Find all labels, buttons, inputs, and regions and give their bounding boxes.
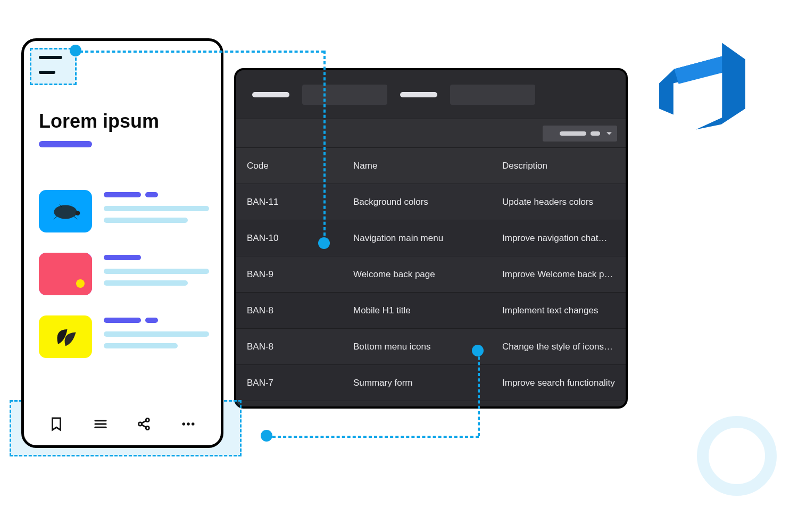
panel-toolbar [236,70,626,119]
svg-line-8 [142,421,146,423]
svg-point-1 [76,211,80,215]
column-header-name[interactable]: Name [353,161,502,171]
list-item[interactable] [39,315,209,358]
table-row[interactable]: BAN-7Summary formImprove search function… [236,365,626,401]
cell-code: BAN-9 [247,269,353,280]
chevron-down-icon [606,132,612,135]
table-row[interactable]: BAN-10Navigation main menuImprove naviga… [236,220,626,256]
toolbar-label-placeholder [400,92,437,97]
cell-desc: Improve Welcome back page [502,269,615,280]
svg-point-11 [187,422,190,426]
bookmark-icon[interactable] [47,415,65,433]
svg-line-9 [142,425,146,427]
decorative-circle [697,416,777,496]
cell-code: BAN-8 [247,305,353,316]
thumbnail-abstract [39,253,92,295]
cell-code: BAN-8 [247,342,353,352]
cell-desc: Update headers colors [502,197,615,207]
bottom-navigation [24,403,221,445]
svg-point-0 [54,205,77,219]
annotation-dot [472,345,484,356]
app-title: Lorem ipsum [39,110,159,132]
list-item[interactable] [39,190,209,232]
toolbar-input-placeholder[interactable] [450,85,535,105]
cell-desc: Implement text changes [502,305,615,316]
column-header-code[interactable]: Code [247,161,353,171]
list-item[interactable] [39,253,209,295]
table-row[interactable]: BAN-8Mobile H1 titleImplement text chang… [236,293,626,329]
cell-name: Background colors [353,197,502,207]
subtitle-placeholder [39,141,92,147]
content-list [39,190,209,378]
column-header-description[interactable]: Description [502,161,615,171]
annotation-dot [70,45,81,56]
svg-point-10 [182,422,185,426]
cell-name: Summary form [353,378,502,388]
view-dropdown[interactable] [543,126,617,142]
toolbar-label-placeholder [252,92,289,97]
list-icon[interactable] [92,415,110,433]
thumbnail-leaf [39,315,92,358]
cell-desc: Improve search functionality [502,378,615,388]
annotation-dot [261,430,272,442]
cell-name: Navigation main menu [353,233,502,244]
more-icon[interactable] [179,415,197,433]
thumbnail-turtle [39,190,92,232]
panel-subtoolbar [236,119,626,148]
cell-code: BAN-10 [247,233,353,244]
phone-mockup: Lorem ipsum [21,38,223,448]
azure-devops-logo [649,38,750,134]
cell-name: Welcome back page [353,269,502,280]
table-row[interactable]: BAN-11Background colorsUpdate headers co… [236,184,626,220]
share-icon[interactable] [135,415,153,433]
toolbar-input-placeholder[interactable] [302,85,387,105]
cell-name: Mobile H1 title [353,305,502,316]
annotation-highlight-menu [30,48,77,85]
work-items-panel: Code Name Description BAN-11Background c… [234,68,628,409]
table-row[interactable]: BAN-9Welcome back pageImprove Welcome ba… [236,256,626,293]
svg-point-12 [192,422,195,426]
table-row[interactable]: BAN-8Bottom menu iconsChange the style o… [236,329,626,365]
table-header-row: Code Name Description [236,148,626,184]
cell-desc: Change the style of icons… [502,342,615,352]
cell-desc: Improve navigation chat… [502,233,615,244]
cell-code: BAN-11 [247,197,353,207]
annotation-dot [318,237,330,249]
cell-code: BAN-7 [247,378,353,388]
